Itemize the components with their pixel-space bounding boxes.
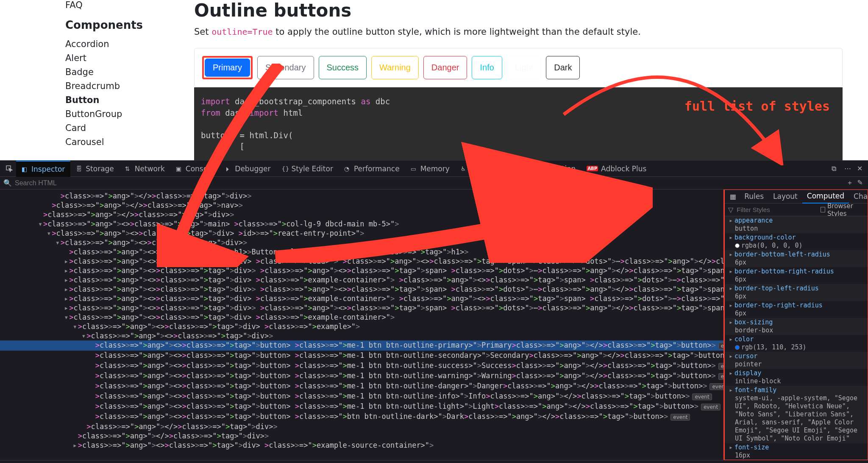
outline-button-success[interactable]: Success bbox=[319, 56, 367, 79]
computed-prop-border-bottom-left-radius[interactable]: ▸border-bottom-left-radius6px bbox=[725, 250, 868, 267]
computed-prop-border-top-left-radius[interactable]: ▸border-top-left-radius6px bbox=[725, 284, 868, 301]
dom-line[interactable]: >class>>=>">ang>"><>>class>>=>">tag>">bu… bbox=[0, 412, 724, 422]
computed-prop-cursor[interactable]: ▸cursorpointer bbox=[725, 352, 868, 369]
sidebar-item-button[interactable]: Button bbox=[65, 95, 194, 105]
highlight-box: Primary bbox=[202, 56, 253, 79]
sidebar-section-title: Components bbox=[65, 19, 194, 31]
dom-line[interactable]: ▸>class>>=>">ang>"><>>class>>=>">tag>">d… bbox=[0, 303, 724, 312]
dom-line[interactable]: >class>>=>">ang>"></>>class>>=>">tag>">n… bbox=[0, 201, 724, 210]
styles-tab-computed[interactable]: Computed bbox=[802, 190, 849, 204]
dom-line[interactable]: >class>>=>">ang>"></>>class>>=>">tag>">d… bbox=[0, 191, 724, 201]
computed-prop-box-sizing[interactable]: ▸box-sizingborder-box bbox=[725, 318, 868, 335]
sidebar-item-alert[interactable]: Alert bbox=[65, 53, 194, 63]
dom-line[interactable]: >class>>=>">ang>"><>>class>>=>">tag>">bu… bbox=[0, 381, 724, 391]
outline-button-secondary[interactable]: Secondary bbox=[257, 56, 314, 79]
sidebar-item-buttongroup[interactable]: ButtonGroup bbox=[65, 109, 194, 119]
devtools-tab-console[interactable]: ▣Console bbox=[170, 161, 220, 177]
search-html-input[interactable] bbox=[15, 179, 481, 187]
filter-styles-row: ▽ Browser Styles bbox=[725, 204, 868, 216]
annotation-label: full list of styles bbox=[684, 98, 830, 115]
lead-text: Set outline=True to apply the outline bu… bbox=[194, 27, 843, 37]
main-content: Outline buttons Set outline=True to appl… bbox=[194, 0, 868, 160]
dom-line[interactable]: ▾>class>>=>">ang>"><>>class>>=>">tag>">d… bbox=[0, 312, 724, 322]
sidebar: FAQ Components AccordionAlertBadgeBreadc… bbox=[0, 0, 194, 160]
outline-button-info[interactable]: Info bbox=[472, 56, 502, 79]
example-button-row: PrimarySecondarySuccessWarningDangerInfo… bbox=[194, 48, 843, 87]
computed-prop-background-color[interactable]: ▸background-colorrgba(0, 0, 0, 0) bbox=[725, 233, 868, 250]
dom-line[interactable]: >class>>=>">ang>"><>>class>>=>">tag>">bu… bbox=[0, 351, 724, 361]
sidebar-faq[interactable]: FAQ bbox=[65, 0, 194, 10]
dom-line[interactable]: ▾>class>>=>">ang>"><>>class>>=>">tag>">d… bbox=[0, 331, 724, 340]
styles-tabs: ▦ RulesLayoutComputedChangesC bbox=[725, 190, 868, 204]
element-picker-icon[interactable] bbox=[3, 161, 16, 177]
dom-line[interactable]: >class>>=>">ang>"><>>class>>=>">tag>">bu… bbox=[0, 371, 724, 381]
sidebar-item-card[interactable]: Card bbox=[65, 123, 194, 133]
code-block: import dash_bootstrap_components as dbc … bbox=[194, 87, 843, 161]
dom-line[interactable]: ▸>class>>=>">ang>"><>>class>>=>">tag>">d… bbox=[0, 266, 724, 275]
sidebar-item-accordion[interactable]: Accordion bbox=[65, 39, 194, 49]
computed-prop-font-size[interactable]: ▸font-size16px bbox=[725, 443, 868, 460]
computed-prop-border-top-right-radius[interactable]: ▸border-top-right-radius6px bbox=[725, 301, 868, 318]
sidebar-item-badge[interactable]: Badge bbox=[65, 67, 194, 77]
filter-styles-input[interactable] bbox=[737, 206, 817, 213]
styles-panel: ▦ RulesLayoutComputedChangesC ▽ Browser … bbox=[724, 190, 868, 460]
dom-breadcrumb[interactable]: html›body›div.container›div.row›main.col… bbox=[0, 460, 868, 463]
devtools-panel: ◧Inspector🗄Storage⇅Network▣Console⏵Debug… bbox=[0, 160, 868, 463]
dom-line[interactable]: >class>>=>">ang>"></>>class>>=>">tag>">d… bbox=[0, 431, 724, 441]
styles-tab-rules[interactable]: Rules bbox=[740, 190, 768, 204]
devtools-tab-debugger[interactable]: ⏵Debugger bbox=[220, 161, 276, 177]
outline-button-light[interactable]: Light bbox=[507, 56, 541, 79]
computed-prop-border-bottom-right-radius[interactable]: ▸border-bottom-right-radius6px bbox=[725, 267, 868, 284]
dom-line[interactable]: >class>>=>">ang>"><>>class>>=>">tag>">h1… bbox=[0, 247, 724, 257]
dom-line[interactable]: >class>>=>">ang>"><>>class>>=>">tag>">bu… bbox=[0, 402, 724, 412]
outline-button-danger[interactable]: Danger bbox=[423, 56, 467, 79]
dom-line[interactable]: >class>>=>">ang>"></>>class>>=>">tag>">d… bbox=[0, 422, 724, 431]
devtools-tab-application[interactable]: ▦Application bbox=[520, 161, 581, 177]
devtools-tab-style-editor[interactable]: {}Style Editor bbox=[276, 161, 338, 177]
devtools-tab-storage[interactable]: 🗄Storage bbox=[70, 161, 120, 177]
styles-tab-layout[interactable]: Layout bbox=[768, 190, 802, 204]
computed-prop-color[interactable]: ▸colorrgb(13, 110, 253) bbox=[725, 335, 868, 352]
more-icon[interactable]: ⋯ bbox=[844, 165, 853, 173]
devtools-tabs: ◧Inspector🗄Storage⇅Network▣Console⏵Debug… bbox=[0, 161, 868, 177]
dom-line[interactable]: >class>>=>">ang>"><>>class>>=>">tag>">bu… bbox=[0, 391, 724, 402]
close-icon[interactable]: ✕ bbox=[857, 165, 865, 173]
sidebar-item-carousel[interactable]: Carousel bbox=[65, 137, 194, 147]
dom-line[interactable]: ▾>class>>=>">ang>"><>>class>>=>">tag>">m… bbox=[0, 219, 724, 229]
inline-code: outline=True bbox=[211, 27, 273, 37]
dom-line[interactable]: >class>>=>">ang>"></>>class>>=>">tag>">d… bbox=[0, 210, 724, 219]
add-element-icon[interactable]: ＋ bbox=[846, 179, 853, 187]
dom-tree[interactable]: >class>>=>">ang>"></>>class>>=>">tag>">d… bbox=[0, 190, 724, 460]
devtools-tab-performance[interactable]: ◔Performance bbox=[339, 161, 405, 177]
sidebar-item-breadcrumb[interactable]: Breadcrumb bbox=[65, 81, 194, 91]
computed-prop-display[interactable]: ▸displayinline-block bbox=[725, 369, 868, 386]
eyedropper-icon[interactable]: ✎ bbox=[857, 179, 863, 187]
devtools-tab-inspector[interactable]: ◧Inspector bbox=[16, 161, 70, 177]
outline-button-warning[interactable]: Warning bbox=[371, 56, 419, 79]
dom-line[interactable]: ▸>class>>=>">ang>"><>>class>>=>">tag>">d… bbox=[0, 294, 724, 303]
dom-line[interactable]: ▾>class>>=>">ang>"><>>class>>=>">tag>">d… bbox=[0, 322, 724, 331]
dom-line[interactable]: ▾>class>>=>">ang>"><>>class>>=>">tag>">d… bbox=[0, 229, 724, 238]
dom-line[interactable]: ▸>class>>=>">ang>"><>>class>>=>">tag>">d… bbox=[0, 257, 724, 266]
responsive-mode-icon[interactable]: ⧉ bbox=[832, 165, 840, 173]
devtools-search-bar: 🔍 ＋ ✎ bbox=[0, 177, 868, 190]
devtools-tab-network[interactable]: ⇅Network bbox=[120, 161, 170, 177]
computed-prop-font-family[interactable]: ▸font-familysystem-ui, -apple-system, "S… bbox=[725, 386, 868, 443]
devtools-tab-adblock-plus[interactable]: ABP Adblock Plus bbox=[581, 161, 652, 177]
layout-view-icon[interactable]: ▦ bbox=[726, 192, 740, 201]
dom-line[interactable]: ▸>class>>=>">ang>"><>>class>>=>">tag>">d… bbox=[0, 284, 724, 294]
outline-button-dark[interactable]: Dark bbox=[546, 56, 580, 79]
dom-line[interactable]: >class>>=>">ang>"><>>class>>=>">tag>">bu… bbox=[0, 361, 724, 371]
computed-prop-appearance[interactable]: ▸appearancebutton bbox=[725, 216, 868, 233]
devtools-tab-memory[interactable]: ▭Memory bbox=[405, 161, 455, 177]
browser-styles-checkbox[interactable]: Browser Styles bbox=[821, 202, 865, 218]
dom-line[interactable]: ▸>class>>=>">ang>"><>>class>>=>">tag>">d… bbox=[0, 441, 724, 450]
page-heading: Outline buttons bbox=[194, 0, 843, 21]
dom-line[interactable]: ▾>class>>=>">ang>"><>>class>>=>">tag>">d… bbox=[0, 238, 724, 247]
dom-line[interactable]: ▸>class>>=>">ang>"><>>class>>=>">tag>">d… bbox=[0, 275, 724, 284]
dom-line[interactable]: >class>>=>">ang>"><>>class>>=>">tag>">bu… bbox=[0, 340, 724, 351]
styles-tab-changes[interactable]: Changes bbox=[849, 190, 868, 204]
outline-button-primary[interactable]: Primary bbox=[205, 59, 250, 77]
devtools-tab-accessibility[interactable]: ♿Accessibility bbox=[455, 161, 520, 177]
computed-styles-list[interactable]: ▸appearancebutton▸background-colorrgba(0… bbox=[725, 216, 868, 460]
